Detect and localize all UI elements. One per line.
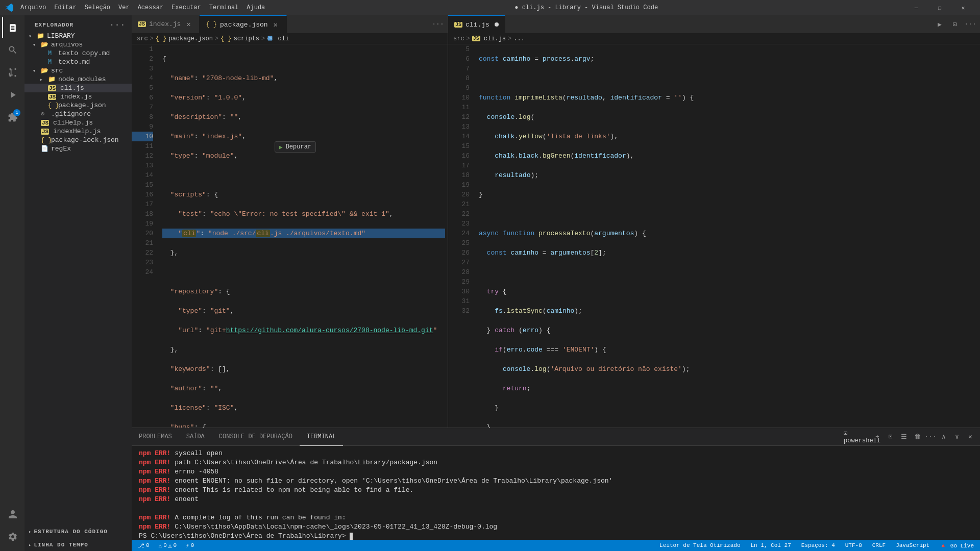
sidebar-item-regex[interactable]: 📄 regEx (24, 144, 132, 153)
tab-index-js[interactable]: JS index.js ✕ (132, 15, 200, 33)
sidebar-item-node-modules[interactable]: ▸ 📁 node_modules (24, 75, 132, 84)
terminal-content[interactable]: npm ERR! syscall open npm ERR! path C:\U… (132, 446, 980, 540)
library-label: LIBRARY (47, 32, 75, 40)
sidebar-item-gitignore[interactable]: ⊙ .gitignore (24, 110, 132, 118)
close-tab-package-json[interactable]: ✕ (271, 20, 280, 29)
sidebar-item-texto-md[interactable]: M texto.md (24, 58, 132, 66)
sidebar-item-package-json[interactable]: { } package.json (24, 101, 132, 110)
bc-right-sep2: > (508, 35, 511, 42)
npm-err-3: npm ERR! (139, 468, 170, 475)
eol-status[interactable]: CRLF (870, 542, 888, 548)
run-icon[interactable]: ▶ (933, 18, 946, 31)
debug-widget: ▶ Depurar (275, 141, 316, 153)
term-text-7: A complete log of this run can be found … (170, 514, 346, 521)
language-status[interactable]: JavaScript (894, 542, 932, 548)
code-content-right[interactable]: const caminho = process.argv; function i… (474, 44, 980, 428)
tab-terminal[interactable]: TERMINAL (300, 428, 344, 446)
warning-count: 0 (173, 542, 177, 548)
screen-reader-status[interactable]: Leitor de Tela Otimizado (657, 542, 742, 548)
chevron-up-icon[interactable]: ∧ (938, 431, 949, 442)
linha-tempo-label: LINHA DO TEMPO (34, 542, 88, 548)
code-right[interactable]: 56789 1011121314 1516171819 2021222324 2… (448, 44, 980, 428)
add-terminal-icon[interactable]: + (872, 431, 883, 442)
split-terminal-icon[interactable]: ⊡ (885, 431, 896, 442)
close-button[interactable]: ✕ (951, 0, 975, 15)
term-line-6: npm ERR! enoent (139, 495, 973, 504)
sidebar-item-package-lock-json[interactable]: { } package-lock.json (24, 136, 132, 144)
package-json-label: package.json (58, 102, 106, 109)
menu-executar[interactable]: Executar (168, 3, 204, 12)
sidebar-item-index-help-js[interactable]: JS indexHelp.js (24, 127, 132, 136)
bolt-status[interactable]: ⚡ 0 (184, 542, 196, 549)
statusbar-left: ⎇ 0 ⚠ 0 △ 0 ⚡ 0 (136, 542, 196, 549)
sidebar-item-src[interactable]: ▾ 📂 src (24, 66, 132, 75)
more-actions-right-icon[interactable]: ··· (964, 18, 977, 31)
tab-package-json[interactable]: { } package.json ✕ (200, 15, 286, 33)
tab-cli-js[interactable]: JS cli.js (448, 15, 505, 33)
npm-err-1: npm ERR! (139, 449, 170, 457)
menu-ver[interactable]: Ver (115, 3, 133, 12)
menu-terminal[interactable]: Terminal (206, 3, 242, 12)
tab-console-depuracao[interactable]: CONSOLE DE DEPURAÇÃO (212, 428, 300, 446)
estrutura-section: ▸ ESTRUTURA DO CÓDIGO (24, 524, 132, 538)
menu-ajuda[interactable]: Ajuda (243, 3, 268, 12)
activity-source-control[interactable] (2, 62, 22, 83)
menu-editar[interactable]: Editar (51, 3, 79, 12)
menu-acessar[interactable]: Acessar (135, 3, 166, 12)
minimize-button[interactable]: — (904, 0, 928, 15)
tab-saida[interactable]: SAÍDA (179, 428, 212, 446)
npm-err-6: npm ERR! (139, 495, 170, 503)
estrutura-header[interactable]: ▸ ESTRUTURA DO CÓDIGO (24, 527, 132, 537)
js-indexhelp-icon: JS (41, 129, 49, 135)
tree-library-root[interactable]: ▾ 📁 LIBRARY (24, 32, 132, 40)
sidebar-item-cli-help-js[interactable]: JS cliHelp.js (24, 118, 132, 127)
sidebar-item-arquivos[interactable]: ▾ 📂 arquivos (24, 40, 132, 49)
menu-arquivo[interactable]: Arquivo (17, 3, 49, 12)
close-terminal-icon[interactable]: ✕ (965, 431, 976, 442)
terminal-area: PROBLEMAS SAÍDA CONSOLE DE DEPURAÇÃO TER… (132, 428, 980, 540)
activity-run[interactable] (2, 85, 22, 105)
arrow-down-icon2: ▾ (33, 68, 41, 74)
modified-dot (495, 22, 499, 27)
tab-problemas[interactable]: PROBLEMAS (132, 428, 179, 446)
git-branch-status[interactable]: ⎇ 0 (136, 542, 152, 549)
regex-label: regEx (51, 145, 71, 153)
sidebar: Explorador ··· ▾ 📁 LIBRARY ▾ 📂 arquivos … (24, 15, 132, 551)
indent-status[interactable]: Espaços: 4 (799, 542, 837, 548)
code-left[interactable]: 12345 678910 1112131415 1617181920 21222… (132, 44, 448, 428)
sidebar-item-cli-js[interactable]: JS cli.js (24, 84, 132, 92)
gitignore-icon: ⊙ (41, 110, 49, 118)
activity-settings[interactable] (2, 527, 22, 547)
term-line-4: npm ERR! enoent ENOENT: no such file or … (139, 477, 973, 486)
titlebar: Arquivo Editar Seleção Ver Acessar Execu… (0, 0, 980, 15)
js-cli-tab-icon: JS (454, 22, 462, 28)
term-text-3: errno -4058 (170, 468, 218, 475)
statusbar-right: Leitor de Tela Otimizado Ln 1, Col 27 Es… (657, 542, 976, 549)
maximize-button[interactable]: ❐ (928, 0, 951, 15)
code-content-left[interactable]: { "name": "2708-node-lib-md", "version":… (157, 44, 448, 428)
activity-search[interactable] (2, 40, 22, 60)
sidebar-item-index-js[interactable]: JS index.js (24, 92, 132, 101)
go-live-status[interactable]: 🔺 Go Live (938, 542, 976, 549)
window-buttons: — ❐ ✕ (904, 0, 975, 15)
linha-tempo-header[interactable]: ▸ LINHA DO TEMPO (24, 540, 132, 550)
sidebar-menu-button[interactable]: ··· (109, 20, 126, 30)
trash-icon[interactable]: 🗑 (912, 431, 923, 442)
activity-extensions[interactable]: 1 (2, 107, 22, 128)
close-tab-index-js[interactable]: ✕ (184, 20, 193, 29)
term-text-4: enoent ENOENT: no such file or directory… (170, 477, 612, 485)
encoding-status[interactable]: UTF-8 (843, 542, 864, 548)
activity-explorer[interactable] (2, 17, 22, 38)
split-editor-icon[interactable]: ⊡ (948, 18, 962, 31)
editor-area: JS index.js ✕ { } package.json ✕ ··· (132, 15, 980, 551)
cursor-position-status[interactable]: Ln 1, Col 27 (749, 542, 793, 548)
term-prompt-line: PS C:\Users\tihso\OneDrive\Área de Traba… (139, 532, 973, 540)
menu-selecao[interactable]: Seleção (82, 3, 113, 12)
error-status[interactable]: ⚠ 0 △ 0 (157, 542, 179, 549)
sidebar-item-texto-copy-md[interactable]: M texto copy.md (24, 49, 132, 58)
more-actions-icon[interactable]: ··· (431, 18, 445, 31)
layout-icon[interactable]: ☰ (898, 431, 910, 442)
activity-account[interactable] (2, 504, 22, 524)
chevron-down-icon[interactable]: ∨ (951, 431, 963, 442)
more-terminal-icon[interactable]: ··· (925, 431, 936, 442)
